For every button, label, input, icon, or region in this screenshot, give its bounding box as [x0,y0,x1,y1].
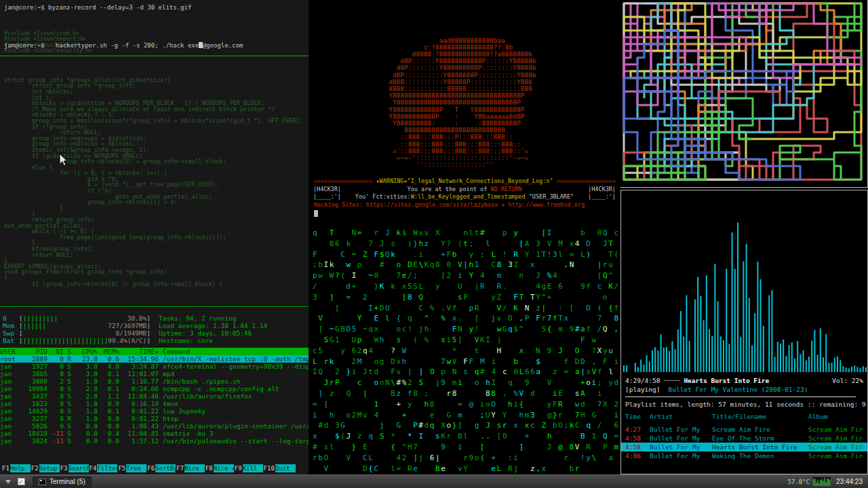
function-key-button[interactable]: F10Quit [263,464,296,472]
htop-meters: 0 [|||||||||30.0%] Tasks: 94, 2 running … [0,308,309,344]
code-line: void groups_free(struct group_info *grou… [4,269,302,275]
cpu-graph-icon [813,477,831,486]
track-time: 4:29/4:58 [625,376,660,385]
hacker-box-mid-left: R00T-KIT'S ____ =|| \ _|| \\ /::::: )===… [316,100,360,175]
music-player-window[interactable]: 4:29/4:58 ──── Hearts Burst Into Fire Vo… [620,190,868,474]
htop-meter-row: 0 [|||||||||30.0%] Tasks: 94, 2 running [3,314,306,322]
process-row[interactable]: jan18418-11S0.00.411:04.45cmatrix -bu 3 [0,430,309,437]
playlist-header: TimeArtistTitle/FilenameAlbum [621,412,867,421]
function-key-button[interactable]: F6SortBy [146,464,176,472]
hacker-box-top-left: .=========.||H4CK3R|#|||_____|!|||______… [316,16,357,77]
process-table: root28890R23.00.615:34.96/usr/bin/X -nol… [0,355,309,445]
htop-window[interactable]: 0 [|||||||||30.0%] Tasks: 94, 2 running … [0,308,309,474]
function-key-button[interactable]: F8Nice + [205,464,234,472]
mouse-cursor [58,153,69,167]
htop-meter-row: Mem[||||||727/3697MB] Load average: 1.38… [3,322,306,329]
terminal-window[interactable]: jan@core:~$ byzanz-record --delay=3 -d 3… [0,0,309,307]
playlist: 4:27Bullet For MyScream Aim FireScream A… [621,425,867,460]
matrix-window[interactable]: q T N= r J k$ Wxv X nlt# p y [I b 0Q c 8… [311,227,618,474]
process-row[interactable]: jan32370R1.00.00:01.22htop [0,415,309,422]
function-key-button[interactable]: F2Setup [31,464,60,472]
track-title: Hearts Burst Into Fire [684,376,769,385]
htop-meter-row: Swp[0/1949MB] Uptime: 3 days, 10:05:46 [3,329,306,337]
terminal-icon [39,479,46,485]
seek-bar[interactable] [625,396,856,397]
hacker-box-mid-right: HuM3-$u33l (I|l(____lu(|L_u_u_u_|\;~;~;~… [567,100,608,168]
checkbox-tray-icon[interactable]: ✓ [16,476,26,487]
process-row[interactable]: jan50260S0.00.01:00.43/usr/lib/aurora/pl… [0,422,309,430]
hacker-art-window[interactable]: .=========.||H4CK3R|#|||_____|!|||______… [311,0,618,225]
artist-info: Bullet For My Valentine (2008-01-23) [668,385,808,394]
code-line: free_page((unsigned long)group_info->blo… [4,235,302,241]
taskbar: ✓ Terminal (5) 57.0°C 23:44:23 [0,474,868,488]
warning-block: ==========================+WARNING+"I_le… [311,178,618,217]
code-line: if (group_info->blocks[0] != group_info-… [4,281,302,287]
player-state-line: [playing] Bullet For My Valentine (2008-… [621,385,867,394]
pipes-window[interactable] [620,0,868,188]
playlist-row[interactable]: 4:58Bullet For MyEye Of The StormScream … [621,434,867,443]
now-playing-line: 4:29/4:58 ──── Hearts Burst Into Fire Vo… [621,375,867,385]
hacker-box-top-right: .============.| Exploit-the || ( V:RU5 /… [552,16,607,77]
code-line: return NULL; [4,252,302,258]
process-row[interactable]: jan3024-11S0.00.01:57.12/usr/bin/pulseau… [0,437,309,445]
taskbar-window-label: Terminal (5) [50,478,85,485]
pipes-art [620,0,867,186]
playlist-row[interactable]: 4:06Bullet For MyWaking The DemonScream … [621,451,867,460]
matrix-rain: q T N= r J k$ Wxv X nlt# p y [I b 0Q c 8… [311,227,618,474]
volume-indicator[interactable]: Vol: 22% [832,376,863,385]
function-key-button[interactable]: F1Help [1,464,31,472]
player-state: [playing] [625,385,660,394]
process-row[interactable]: jan19270S3.04.03:24.87xfce4-terminal --g… [0,363,309,370]
playlist-row[interactable]: 4:27Bullet For MyScream Aim FireScream A… [621,425,867,434]
code-line: } [4,205,302,211]
function-key-button[interactable]: F4Filter [89,464,118,472]
shell-prompt-line: jan@core:~$ byzanz-record --delay=3 -d 3… [4,4,191,12]
process-row[interactable]: jan199840S2.00.10:24.66ncmpcpp -c .ncmpc… [0,385,309,392]
cpu-temperature: 57.0°C [788,479,810,485]
shell-prompt-line-2: jan@core:~$ hackertyper.sh -g -f -s 200;… [4,42,243,49]
warning-title: +WARNING+"I_legal_Network_Connections_Be… [376,178,553,186]
code-line: #include <linux/security.h> [4,48,92,54]
window-menu-icon[interactable] [3,476,14,487]
process-row[interactable]: jan34370S2.01.111:04.46/usr/lib/aurora/f… [0,392,309,400]
hackertyper-code-pane: struct group_info *groups_alloc(int gids… [4,60,302,287]
process-row[interactable]: jan18230S1.00.06:16.19tmux [0,400,309,407]
audio-visualizer [621,190,867,375]
function-key-button[interactable]: F9Kill [234,464,263,472]
tmux-pane-divider [0,56,309,56]
process-row[interactable]: jan38002S1.00.01:10.77/bin/bash ./pipes.… [0,378,309,385]
process-table-header[interactable]: USERPIDNISCPU%MEM%TIME+Command [0,348,309,355]
function-key-button[interactable]: F3Search [60,464,89,472]
hacking-sites-link[interactable]: Hacking Sites: https://sites.google.com/… [311,201,618,209]
playlist-row[interactable]: 4:58Bullet For MyHearts Burst Into FireS… [621,443,867,451]
htop-meter-row: Bat[|||||||||||||||||||||||99.4%(A/C)] H… [3,337,306,344]
clock[interactable]: 23:44:23 [836,478,863,485]
terminal-cursor [314,210,318,217]
function-key-button[interactable]: F5Tree [117,464,146,472]
htop-function-bar: F1Help F2Setup F3Search F4Filter F5Tree … [1,464,309,472]
process-row[interactable]: jan38650S3.00.111:01.07mpd [0,370,309,378]
separator-dashes: ──── [664,376,679,385]
function-key-button[interactable]: F7Nice - [176,464,205,472]
playlist-info: Playlist items, length: 57 minutes, 11 s… [621,400,867,409]
taskbar-window-button[interactable]: Terminal (5) [33,476,92,487]
ascii-skull: aad88888888888baa c:?888888888888888??:8… [377,16,536,168]
process-row[interactable]: jan140290S1.00.10:01.22lua 3spooky [0,407,309,415]
process-row[interactable]: root28890R23.00.615:34.96/usr/bin/X -nol… [0,355,309,363]
